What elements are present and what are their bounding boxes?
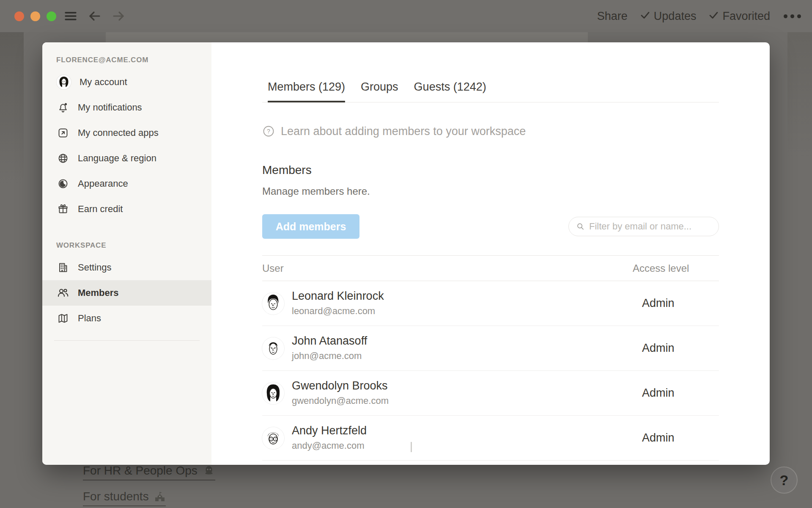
sidebar-item-my-notifications[interactable]: My notifications (42, 95, 211, 120)
tab-guests[interactable]: Guests (1242) (414, 72, 486, 102)
sidebar-item-label: My notifications (78, 102, 142, 113)
link-for-hr-people-ops[interactable]: For HR & People Ops (83, 464, 215, 480)
window-controls (14, 0, 56, 32)
table-row[interactable]: Andy Hertzfeld andy@acme.com Admin (262, 416, 719, 461)
building-icon (57, 261, 69, 274)
text-cursor-artifact (411, 442, 412, 452)
members-tabs: Members (129) Groups Guests (1242) (262, 72, 719, 102)
member-email: john@acme.com (292, 351, 633, 362)
table-row[interactable]: Gwendolyn Brooks gwendolyn@acme.com Admi… (262, 371, 719, 416)
dimmed-template-links: For HR & People Ops For students (83, 464, 215, 506)
member-name: John Atanasoff (292, 335, 633, 348)
screen: Share Updates Favorited For HR & People … (0, 0, 812, 508)
svg-text:?: ? (267, 128, 270, 135)
sidebar-item-settings[interactable]: Settings (42, 255, 211, 280)
help-button[interactable]: ? (771, 467, 798, 494)
sidebar-item-label: Earn credit (78, 204, 123, 215)
table-row[interactable]: John Atanasoff john@acme.com Admin (262, 326, 719, 371)
member-name: Leonard Kleinrock (292, 290, 633, 303)
member-access-level[interactable]: Admin (633, 342, 719, 355)
dimmed-app-sidebar (0, 32, 24, 185)
table-header-row: User Access level (262, 255, 719, 281)
sidebar-item-my-connected-apps[interactable]: My connected apps (42, 120, 211, 146)
section-title: Members (262, 163, 719, 177)
member-name: Andy Hertzfeld (292, 425, 633, 437)
favorited-button[interactable]: Favorited (709, 10, 770, 23)
filter-input[interactable] (589, 221, 711, 232)
octopus-emoji (203, 464, 215, 477)
window-titlebar: Share Updates Favorited (0, 0, 812, 32)
dimmed-app-edge (787, 32, 812, 159)
settings-sidebar: FLORENCE@ACME.COM My account My notifica… (42, 42, 211, 465)
add-members-button[interactable]: Add members (262, 214, 359, 239)
sidebar-item-appearance[interactable]: Appearance (42, 171, 211, 196)
back-arrow-icon[interactable] (88, 9, 102, 23)
members-settings-panel: Members (129) Groups Guests (1242) ? Lea… (211, 42, 770, 465)
sidebar-item-label: Settings (78, 262, 112, 273)
sidebar-item-label: Plans (78, 313, 101, 324)
link-label: For HR & People Ops (83, 464, 198, 478)
sidebar-item-label: My connected apps (78, 127, 159, 138)
forward-arrow-icon[interactable] (112, 9, 125, 23)
sidebar-item-label: Members (78, 287, 119, 298)
zoom-window-button[interactable] (47, 11, 56, 21)
school-emoji (154, 491, 166, 502)
workspace-section-heading: WORKSPACE (56, 241, 211, 250)
question-circle-icon: ? (262, 125, 275, 138)
favorited-label: Favorited (722, 10, 770, 23)
map-icon (57, 312, 69, 325)
sidebar-item-my-account[interactable]: My account (42, 69, 211, 95)
section-subtitle: Manage members here. (262, 185, 719, 197)
updates-label: Updates (654, 10, 697, 23)
sidebar-item-language-region[interactable]: Language & region (42, 146, 211, 171)
check-icon (709, 10, 719, 23)
member-access-level[interactable]: Admin (633, 431, 719, 444)
bell-badge-icon (57, 101, 69, 114)
member-email: andy@acme.com (292, 440, 633, 451)
member-email: gwendolyn@acme.com (292, 395, 633, 406)
sidebar-divider (54, 340, 200, 341)
member-avatar (262, 337, 284, 359)
sidebar-item-label: My account (80, 77, 127, 88)
sidebar-item-members[interactable]: Members (42, 280, 211, 306)
gift-icon (57, 203, 69, 215)
learn-about-members-link[interactable]: ? Learn about adding members to your wor… (262, 124, 719, 138)
moon-icon (57, 177, 69, 190)
tab-groups[interactable]: Groups (361, 72, 398, 102)
sidebar-item-plans[interactable]: Plans (42, 306, 211, 331)
sidebar-item-label: Appearance (78, 178, 128, 189)
member-access-level[interactable]: Admin (633, 387, 719, 400)
member-avatar (262, 382, 284, 404)
member-filter (568, 217, 719, 236)
share-label: Share (597, 10, 628, 23)
updates-button[interactable]: Updates (640, 10, 697, 23)
close-window-button[interactable] (14, 11, 24, 21)
member-name: Gwendolyn Brooks (292, 380, 633, 392)
check-icon (640, 10, 650, 23)
share-button[interactable]: Share (597, 10, 628, 23)
member-access-level[interactable]: Admin (633, 297, 719, 310)
member-avatar (262, 427, 284, 449)
dimmed-page-strip (106, 32, 588, 43)
avatar-photo (57, 75, 71, 89)
table-row[interactable]: Leonard Kleinrock leonard@acme.com Admin (262, 281, 719, 326)
column-header-access-level: Access level (633, 262, 719, 274)
sidebar-toggle-icon[interactable] (63, 9, 78, 23)
more-options-icon[interactable] (783, 14, 801, 18)
external-link-box-icon (57, 127, 69, 139)
learn-link-label: Learn about adding members to your works… (281, 125, 526, 138)
sidebar-item-label: Language & region (78, 153, 156, 164)
member-avatar (262, 293, 284, 315)
sidebar-item-earn-credit[interactable]: Earn credit (42, 196, 211, 222)
people-icon (57, 287, 69, 299)
account-email-heading: FLORENCE@ACME.COM (56, 56, 211, 64)
globe-icon (57, 152, 69, 165)
member-email: leonard@acme.com (292, 306, 633, 317)
search-icon (576, 221, 584, 232)
tab-members[interactable]: Members (129) (268, 72, 345, 102)
settings-modal: FLORENCE@ACME.COM My account My notifica… (42, 42, 770, 465)
link-label: For students (83, 490, 149, 503)
column-header-user: User (262, 262, 633, 274)
link-for-students[interactable]: For students (83, 490, 166, 506)
minimize-window-button[interactable] (30, 11, 40, 21)
